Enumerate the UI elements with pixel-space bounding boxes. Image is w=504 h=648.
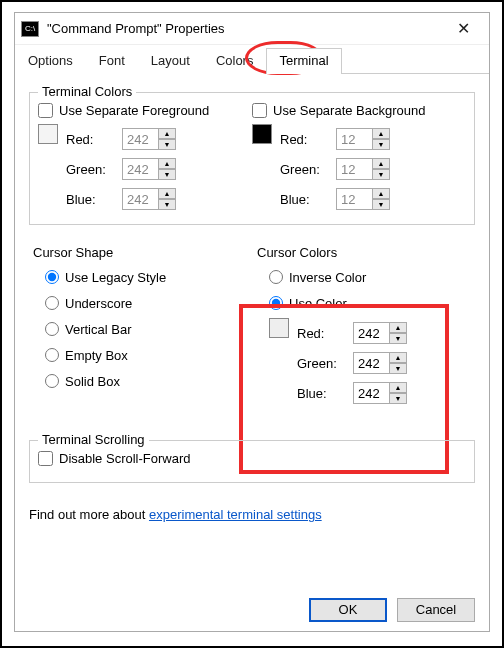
bg-red-down[interactable]: ▼ [372,139,390,150]
shape-solid-label: Solid Box [65,374,120,389]
cursor-green-up[interactable]: ▲ [389,352,407,363]
fg-green-input[interactable] [122,158,158,180]
cursor-inverse[interactable]: Inverse Color [269,264,467,290]
shape-vbar-radio[interactable] [45,322,59,336]
bg-blue-label: Blue: [280,192,336,207]
tab-strip: Options Font Layout Colors Terminal [15,47,489,74]
fg-green-up[interactable]: ▲ [158,158,176,169]
bg-green-input[interactable] [336,158,372,180]
cursor-inverse-radio[interactable] [269,270,283,284]
shape-underscore[interactable]: Underscore [45,290,243,316]
shape-solid[interactable]: Solid Box [45,368,243,394]
close-button[interactable]: ✕ [443,15,483,43]
bg-blue-input[interactable] [336,188,372,210]
tab-font[interactable]: Font [86,48,138,74]
bg-red-label: Red: [280,132,336,147]
cursor-color-swatch[interactable] [269,318,289,338]
fg-blue-up[interactable]: ▲ [158,188,176,199]
bg-green-up[interactable]: ▲ [372,158,390,169]
group-cursor-colors: Cursor Colors Inverse Color Use Color Re… [251,245,475,412]
fg-green-down[interactable]: ▼ [158,169,176,180]
cmd-icon: C:\ [21,21,39,37]
cursor-red-input[interactable] [353,322,389,344]
bg-blue-down[interactable]: ▼ [372,199,390,210]
disable-scroll-forward-label: Disable Scroll-Forward [59,451,190,466]
tab-terminal[interactable]: Terminal [266,48,341,74]
fg-color-swatch[interactable] [38,124,58,144]
shape-vbar-label: Vertical Bar [65,322,131,337]
fg-red-up[interactable]: ▲ [158,128,176,139]
shape-legacy-label: Use Legacy Style [65,270,166,285]
cursor-usecolor-label: Use Color [289,296,347,311]
shape-legacy[interactable]: Use Legacy Style [45,264,243,290]
use-separate-fg-checkbox[interactable] [38,103,53,118]
shape-solid-radio[interactable] [45,374,59,388]
button-bar: OK Cancel [15,587,489,631]
use-separate-bg-checkbox[interactable] [252,103,267,118]
fg-blue-input[interactable] [122,188,158,210]
use-separate-bg[interactable]: Use Separate Background [252,103,466,118]
legend-terminal-scrolling: Terminal Scrolling [38,432,149,447]
footer-prefix: Find out more about [29,507,149,522]
bg-green-label: Green: [280,162,336,177]
tab-layout[interactable]: Layout [138,48,203,74]
cursor-blue-down[interactable]: ▼ [389,393,407,404]
cursor-red-up[interactable]: ▲ [389,322,407,333]
cancel-button[interactable]: Cancel [397,598,475,622]
cursor-blue-label: Blue: [297,386,353,401]
legend-cursor-shape: Cursor Shape [33,245,243,260]
use-separate-bg-label: Use Separate Background [273,103,425,118]
fg-blue-label: Blue: [66,192,122,207]
fg-red-down[interactable]: ▼ [158,139,176,150]
titlebar: C:\ "Command Prompt" Properties ✕ [15,13,489,45]
tab-colors[interactable]: Colors [203,48,267,74]
group-cursor-shape: Cursor Shape Use Legacy Style Underscore… [29,245,251,412]
tab-options[interactable]: Options [15,48,86,74]
bg-red-input[interactable] [336,128,372,150]
cursor-green-label: Green: [297,356,353,371]
cursor-red-label: Red: [297,326,353,341]
ok-button[interactable]: OK [309,598,387,622]
cursor-inverse-label: Inverse Color [289,270,366,285]
bg-green-down[interactable]: ▼ [372,169,390,180]
fg-red-label: Red: [66,132,122,147]
footer-text: Find out more about experimental termina… [29,507,475,522]
shape-empty-radio[interactable] [45,348,59,362]
legend-cursor-colors: Cursor Colors [257,245,467,260]
cursor-green-down[interactable]: ▼ [389,363,407,374]
fg-blue-down[interactable]: ▼ [158,199,176,210]
use-separate-fg[interactable]: Use Separate Foreground [38,103,252,118]
cursor-usecolor[interactable]: Use Color [269,290,467,316]
cursor-green-input[interactable] [353,352,389,374]
group-terminal-colors: Terminal Colors Use Separate Foreground … [29,92,475,225]
cursor-usecolor-radio[interactable] [269,296,283,310]
bg-blue-up[interactable]: ▲ [372,188,390,199]
cursor-blue-up[interactable]: ▲ [389,382,407,393]
shape-empty-label: Empty Box [65,348,128,363]
group-terminal-scrolling: Terminal Scrolling Disable Scroll-Forwar… [29,440,475,483]
window-title: "Command Prompt" Properties [47,21,443,36]
shape-empty[interactable]: Empty Box [45,342,243,368]
shape-underscore-radio[interactable] [45,296,59,310]
cursor-blue-input[interactable] [353,382,389,404]
shape-legacy-radio[interactable] [45,270,59,284]
disable-scroll-forward-checkbox[interactable] [38,451,53,466]
bg-red-up[interactable]: ▲ [372,128,390,139]
experimental-settings-link[interactable]: experimental terminal settings [149,507,322,522]
fg-green-label: Green: [66,162,122,177]
shape-underscore-label: Underscore [65,296,132,311]
shape-vbar[interactable]: Vertical Bar [45,316,243,342]
bg-color-swatch[interactable] [252,124,272,144]
cursor-red-down[interactable]: ▼ [389,333,407,344]
disable-scroll-forward[interactable]: Disable Scroll-Forward [38,451,466,466]
fg-red-input[interactable] [122,128,158,150]
legend-terminal-colors: Terminal Colors [38,84,136,99]
use-separate-fg-label: Use Separate Foreground [59,103,209,118]
